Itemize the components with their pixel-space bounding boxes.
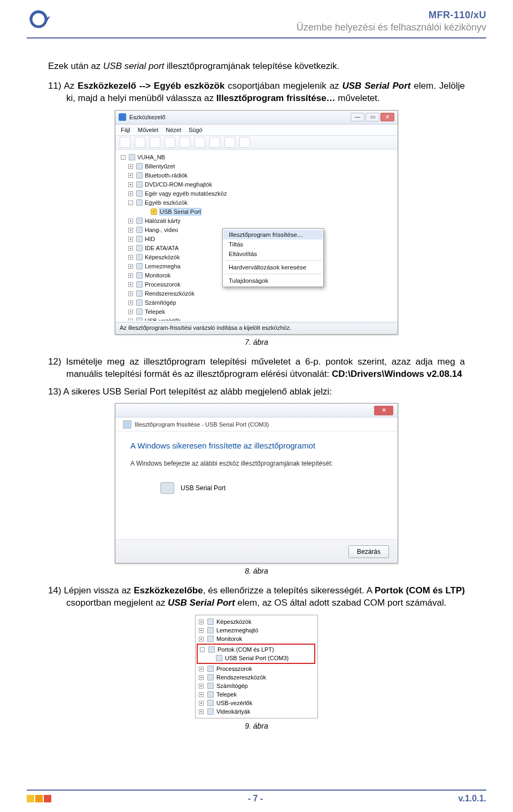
expand-icon[interactable]: + <box>128 246 133 251</box>
menubar: Fájl Művelet Nézet Súgó <box>115 125 398 136</box>
tree-item[interactable]: +Lemezmeghajtó <box>197 626 315 635</box>
tree-item[interactable]: +Processzorok <box>197 664 315 673</box>
tool-button[interactable] <box>195 137 205 148</box>
ctx-disable[interactable]: Tiltás <box>223 239 323 249</box>
expand-icon[interactable]: + <box>128 264 133 269</box>
decor-square-icon <box>35 795 43 802</box>
body-content: Ezek után az USB serial port illesztőpro… <box>27 60 486 730</box>
expand-icon[interactable]: + <box>199 620 204 624</box>
expand-icon[interactable]: + <box>128 219 133 223</box>
dialog-breadcrumb: Illesztőprogram frissítése - USB Serial … <box>115 417 398 431</box>
brand-logo <box>27 10 51 31</box>
expand-icon[interactable]: + <box>128 300 133 305</box>
expand-icon[interactable]: + <box>128 310 133 314</box>
tree-item-other-devices[interactable]: -Egyéb eszközök <box>121 198 394 207</box>
tree-label: Egyéb eszközök <box>145 199 188 206</box>
tree-item[interactable]: +Hálózati kárty <box>121 216 394 226</box>
tree-item[interactable]: +Videokártyák <box>197 707 315 716</box>
collapse-icon[interactable]: - <box>121 155 126 160</box>
tree-label: DVD/CD-ROM-meghajtók <box>145 181 212 188</box>
tree-item[interactable]: +Számítógép <box>197 682 315 690</box>
tree-item[interactable]: +Bluetooth-rádiók <box>121 171 394 180</box>
expand-icon[interactable]: + <box>199 628 204 633</box>
ctx-separator <box>224 260 322 261</box>
expand-icon[interactable]: + <box>128 237 133 242</box>
expand-icon[interactable]: + <box>199 701 204 706</box>
expand-icon[interactable]: + <box>128 273 133 278</box>
tree-item[interactable]: +USB-vezérlők <box>121 316 394 321</box>
driver-icon <box>123 420 131 429</box>
expand-icon[interactable]: + <box>128 282 133 287</box>
expand-icon[interactable]: + <box>199 637 204 641</box>
tool-button[interactable] <box>150 137 160 148</box>
tree-item[interactable]: +Billentyűzet <box>121 162 394 171</box>
decor-square-icon <box>27 795 34 802</box>
tree-label: Számítógép <box>145 299 176 306</box>
close-button[interactable]: ✕ <box>380 113 394 121</box>
tree-label: Képeszközök <box>216 618 251 625</box>
ctx-properties[interactable]: Tulajdonságok <box>223 276 323 285</box>
tree-item[interactable]: +Számítógép <box>121 298 394 307</box>
menu-item[interactable]: Művelet <box>138 127 159 133</box>
expand-icon[interactable]: + <box>199 692 204 697</box>
expand-icon[interactable]: + <box>128 173 133 178</box>
window-titlebar: Eszközkezelő — ▭ ✕ <box>115 111 398 125</box>
close-dialog-button[interactable]: Bezárás <box>348 545 389 558</box>
device-icon <box>136 299 143 306</box>
tree-item-ports[interactable]: -Portok (COM és LPT) <box>198 645 314 654</box>
minimize-button[interactable]: — <box>351 113 364 121</box>
tree-item[interactable]: +Képeszközök <box>197 617 315 626</box>
expand-icon[interactable]: + <box>128 164 133 169</box>
tool-button[interactable] <box>209 137 220 148</box>
tree-item[interactable]: +DVD/CD-ROM-meghajtók <box>121 180 394 189</box>
expand-icon[interactable]: + <box>128 255 133 260</box>
tree-item[interactable]: +Telepek <box>197 690 315 699</box>
tool-button[interactable] <box>180 137 190 148</box>
menu-item[interactable]: Nézet <box>166 127 181 133</box>
tree-item[interactable]: +USB-vezérlők <box>197 699 315 707</box>
collapse-icon[interactable]: - <box>128 200 133 205</box>
device-icon <box>136 181 143 188</box>
text-bold: Eszközkezelőbe <box>134 585 203 596</box>
maximize-button[interactable]: ▭ <box>366 113 379 121</box>
port-icon <box>216 655 222 661</box>
back-button[interactable] <box>120 137 130 148</box>
tree-item[interactable]: +Telepek <box>121 307 394 316</box>
menu-item[interactable]: Fájl <box>121 127 130 133</box>
expand-icon[interactable]: + <box>128 228 133 233</box>
text-bold: Portok (COM és LTP) <box>375 585 465 596</box>
tree-item[interactable]: +Egér vagy egyéb mutatóeszköz <box>121 189 394 198</box>
footer-rule <box>27 790 486 791</box>
tool-button[interactable] <box>239 137 250 148</box>
intro-paragraph: Ezek után az USB serial port illesztőpro… <box>48 60 465 73</box>
tree-item[interactable]: +Rendszereszközök <box>121 289 394 298</box>
expand-icon[interactable]: + <box>128 291 133 296</box>
text-bold-italic: USB Serial Port <box>168 598 235 608</box>
tool-button[interactable] <box>165 137 175 148</box>
tree-item-usb-serial-port[interactable]: ! USB Serial Port <box>121 207 394 216</box>
expand-icon[interactable]: + <box>199 675 204 680</box>
expand-icon[interactable]: + <box>128 191 133 196</box>
collapse-icon[interactable]: - <box>200 647 205 652</box>
close-button[interactable]: ✕ <box>374 406 393 415</box>
expand-icon[interactable]: + <box>128 182 133 187</box>
text-bold: Illesztőprogram frissítése… <box>216 93 336 103</box>
expand-icon[interactable]: + <box>128 319 133 321</box>
ctx-update-driver[interactable]: Illesztőprogram frissítése… <box>223 230 323 239</box>
tree-root[interactable]: - VUHA_NB <box>121 153 394 162</box>
ctx-scan-hardware[interactable]: Hardverváltozások keresése <box>223 262 323 272</box>
expand-icon[interactable]: + <box>199 684 204 689</box>
devmgr-icon <box>119 113 126 121</box>
text: 11) Az <box>48 81 77 91</box>
tree-item-usb-serial-com3[interactable]: USB Serial Port (COM3) <box>198 654 314 662</box>
tree-item[interactable]: +Rendszereszközök <box>197 673 315 682</box>
selected-item: USB Serial Port <box>159 208 201 215</box>
forward-button[interactable] <box>135 137 145 148</box>
tool-button[interactable] <box>224 137 235 148</box>
tree-label: Rendszereszközök <box>216 674 266 680</box>
expand-icon[interactable]: + <box>199 709 204 714</box>
tree-item[interactable]: +Monitorok <box>197 635 315 643</box>
ctx-uninstall[interactable]: Eltávolítás <box>223 249 323 259</box>
menu-item[interactable]: Súgó <box>189 127 203 133</box>
expand-icon[interactable]: + <box>199 667 204 671</box>
